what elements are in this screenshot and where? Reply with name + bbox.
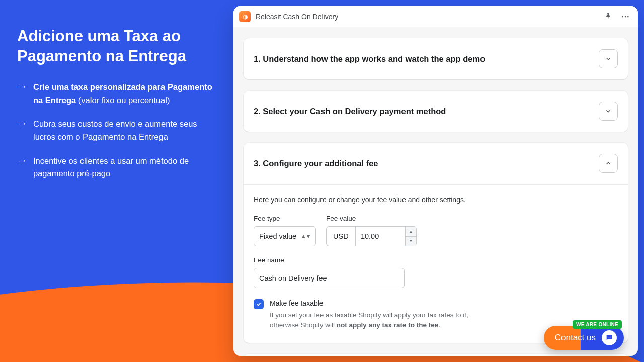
step-2-title: 2. Select your Cash on Delivery payment …: [254, 107, 446, 116]
step-1-title: 1. Understand how the app works and watc…: [254, 54, 485, 64]
bullet-3: → Incentive os clientes a usar um método…: [17, 155, 218, 180]
step-3-description: Here you can configure or change your fe…: [254, 196, 618, 204]
contact-label: Contact us: [555, 333, 596, 343]
pin-icon[interactable]: [603, 10, 614, 23]
svg-point-2: [610, 337, 610, 337]
fee-name-label: Fee name: [254, 256, 618, 264]
fee-name-input[interactable]: Cash on Delivery fee: [254, 268, 405, 288]
app-panel: ◑ Releasit Cash On Delivery ⋯ 1. Underst…: [233, 6, 638, 356]
quantity-stepper[interactable]: ▲ ▼: [406, 226, 417, 246]
expand-button[interactable]: [599, 102, 618, 121]
step-3-card: 3. Configure your additional fee Here yo…: [244, 143, 628, 343]
bullet-2: → Cubra seus custos de envio e aumente s…: [17, 118, 218, 143]
step-2-card: 2. Select your Cash on Delivery payment …: [244, 90, 628, 132]
chevron-updown-icon: ▲▼: [300, 233, 310, 240]
step-4-card: 4. Contact us to update your Shopify not…: [244, 354, 628, 356]
fee-type-select[interactable]: Fixed value ▲▼: [254, 226, 316, 246]
arrow-icon: →: [17, 155, 27, 180]
step-down-icon[interactable]: ▼: [406, 237, 416, 246]
step-3-title: 3. Configure your additional fee: [254, 159, 378, 168]
svg-point-0: [608, 337, 608, 337]
marketing-copy: Adicione uma Taxa ao Pagamento na Entreg…: [17, 26, 218, 192]
fee-value-label: Fee value: [326, 215, 417, 222]
fee-type-label: Fee type: [254, 215, 316, 222]
expand-button[interactable]: [599, 49, 618, 68]
step-1-card: 1. Understand how the app works and watc…: [244, 38, 628, 79]
arrow-icon: →: [17, 118, 27, 143]
bullet-1: → Crie uma taxa personalizada para Pagam…: [17, 81, 218, 107]
page-title: Adicione uma Taxa ao Pagamento na Entreg…: [17, 26, 218, 66]
chat-icon: [602, 330, 617, 345]
collapse-button[interactable]: [599, 154, 618, 173]
online-badge: WE ARE ONLINE: [573, 320, 622, 329]
svg-point-1: [609, 337, 609, 337]
taxable-description: If you set your fee as taxable Shopify w…: [270, 310, 491, 330]
step-up-icon[interactable]: ▲: [406, 227, 416, 237]
more-icon[interactable]: ⋯: [619, 10, 632, 23]
fee-value-input[interactable]: 10.00: [355, 226, 406, 246]
app-name: Releasit Cash On Delivery: [256, 13, 598, 21]
taxable-label: Make fee taxable: [270, 299, 491, 307]
contact-us-button[interactable]: Contact us WE ARE ONLINE: [544, 326, 624, 350]
app-icon: ◑: [239, 11, 251, 22]
currency-prefix: USD: [326, 226, 355, 246]
titlebar: ◑ Releasit Cash On Delivery ⋯: [233, 6, 638, 27]
arrow-icon: →: [17, 81, 27, 107]
taxable-checkbox[interactable]: [254, 299, 264, 309]
